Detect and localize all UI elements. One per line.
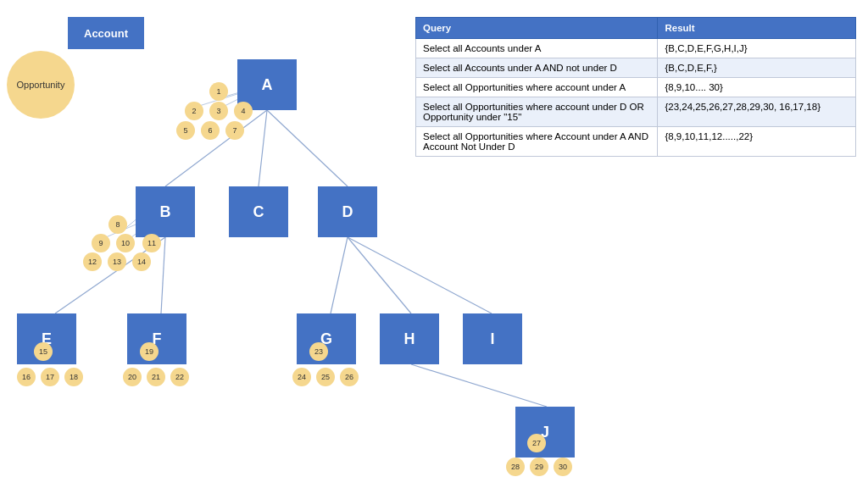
account-node-B: B [136, 186, 195, 237]
svg-line-6 [348, 237, 411, 313]
opp-node-5: 5 [176, 121, 195, 140]
table-cell-query: Select all Opportunities where account u… [416, 97, 658, 127]
table-cell-query: Select all Opportunities where account u… [416, 78, 658, 97]
opp-node-28: 28 [506, 458, 525, 476]
opp-node-4: 4 [234, 102, 253, 120]
table-cell-result: {8,9,10.... 30} [658, 78, 856, 97]
legend-account: Account [68, 17, 144, 49]
opp-node-11: 11 [142, 234, 161, 252]
opp-node-15: 15 [34, 342, 53, 361]
legend-opportunity: Opportunity [7, 51, 75, 119]
table-header-result: Result [658, 18, 856, 39]
account-node-D: D [318, 186, 377, 237]
svg-line-5 [331, 237, 348, 313]
table-cell-result: {B,C,D,E,F,} [658, 58, 856, 78]
table-cell-result: {8,9,10,11,12.....,22} [658, 127, 856, 157]
svg-line-7 [348, 237, 492, 313]
table-row: Select all Opportunities where Account u… [416, 127, 856, 157]
svg-line-2 [267, 110, 348, 186]
table-cell-query: Select all Accounts under A [416, 39, 658, 58]
opp-node-29: 29 [530, 458, 548, 476]
opp-node-23: 23 [309, 342, 328, 361]
svg-line-4 [161, 237, 165, 313]
table-row: Select all Accounts under A AND not unde… [416, 58, 856, 78]
opp-node-10: 10 [116, 234, 135, 252]
table-cell-query: Select all Opportunities where Account u… [416, 127, 658, 157]
table-cell-query: Select all Accounts under A AND not unde… [416, 58, 658, 78]
table-cell-result: {B,C,D,E,F,G,H,I,J} [658, 39, 856, 58]
table-row: Select all Accounts under A{B,C,D,E,F,G,… [416, 39, 856, 58]
table-row: Select all Opportunities where account u… [416, 97, 856, 127]
opp-node-6: 6 [201, 121, 220, 140]
opp-node-16: 16 [17, 368, 36, 386]
opp-node-26: 26 [340, 368, 359, 386]
table-cell-result: {23,24,25,26,27,28,29,30, 16,17,18} [658, 97, 856, 127]
opp-node-9: 9 [92, 234, 110, 252]
svg-line-8 [411, 364, 547, 407]
opp-node-24: 24 [292, 368, 311, 386]
query-result-table: Query Result Select all Accounts under A… [415, 17, 856, 157]
opp-node-20: 20 [123, 368, 142, 386]
table-row: Select all Opportunities where account u… [416, 78, 856, 97]
opp-node-27: 27 [527, 434, 546, 452]
opp-node-3: 3 [209, 102, 228, 120]
opp-node-7: 7 [225, 121, 244, 140]
account-node-H: H [380, 313, 439, 364]
svg-line-1 [259, 110, 267, 186]
account-node-C: C [229, 186, 288, 237]
table-header-query: Query [416, 18, 658, 39]
opp-node-18: 18 [64, 368, 83, 386]
account-node-I: I [463, 313, 522, 364]
opp-node-22: 22 [170, 368, 189, 386]
opp-node-19: 19 [140, 342, 159, 361]
opp-node-21: 21 [147, 368, 165, 386]
opp-node-1: 1 [209, 82, 228, 101]
opp-node-25: 25 [316, 368, 335, 386]
opp-node-2: 2 [185, 102, 203, 120]
query-table-area: Query Result Select all Accounts under A… [415, 17, 856, 157]
opp-node-14: 14 [132, 252, 151, 271]
opp-node-13: 13 [108, 252, 126, 271]
opp-node-17: 17 [41, 368, 59, 386]
account-node-J: J [515, 407, 575, 458]
opp-node-8: 8 [108, 215, 127, 234]
opp-node-30: 30 [554, 458, 572, 476]
opp-node-12: 12 [83, 252, 102, 271]
